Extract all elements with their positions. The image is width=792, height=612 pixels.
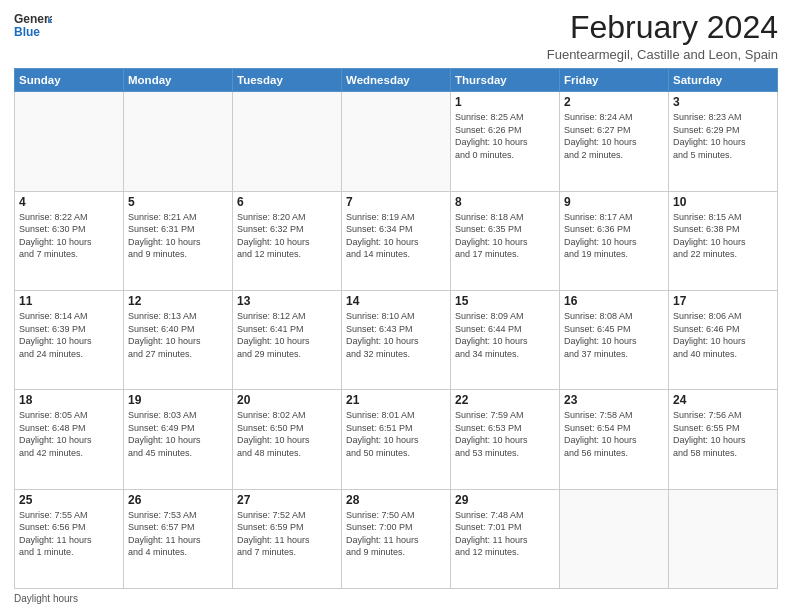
table-row: 27Sunrise: 7:52 AM Sunset: 6:59 PM Dayli…: [233, 489, 342, 588]
day-info: Sunrise: 8:20 AM Sunset: 6:32 PM Dayligh…: [237, 211, 337, 261]
col-saturday: Saturday: [669, 69, 778, 92]
day-number: 6: [237, 195, 337, 209]
day-number: 11: [19, 294, 119, 308]
table-row: [233, 92, 342, 191]
day-number: 1: [455, 95, 555, 109]
day-number: 12: [128, 294, 228, 308]
day-info: Sunrise: 8:10 AM Sunset: 6:43 PM Dayligh…: [346, 310, 446, 360]
day-info: Sunrise: 8:09 AM Sunset: 6:44 PM Dayligh…: [455, 310, 555, 360]
day-info: Sunrise: 8:06 AM Sunset: 6:46 PM Dayligh…: [673, 310, 773, 360]
day-info: Sunrise: 7:58 AM Sunset: 6:54 PM Dayligh…: [564, 409, 664, 459]
table-row: 26Sunrise: 7:53 AM Sunset: 6:57 PM Dayli…: [124, 489, 233, 588]
table-row: 5Sunrise: 8:21 AM Sunset: 6:31 PM Daylig…: [124, 191, 233, 290]
day-number: 9: [564, 195, 664, 209]
svg-text:Blue: Blue: [14, 25, 40, 39]
day-info: Sunrise: 8:08 AM Sunset: 6:45 PM Dayligh…: [564, 310, 664, 360]
day-info: Sunrise: 7:59 AM Sunset: 6:53 PM Dayligh…: [455, 409, 555, 459]
table-row: 17Sunrise: 8:06 AM Sunset: 6:46 PM Dayli…: [669, 290, 778, 389]
day-number: 7: [346, 195, 446, 209]
day-info: Sunrise: 8:15 AM Sunset: 6:38 PM Dayligh…: [673, 211, 773, 261]
day-info: Sunrise: 7:48 AM Sunset: 7:01 PM Dayligh…: [455, 509, 555, 559]
day-number: 29: [455, 493, 555, 507]
day-info: Sunrise: 8:03 AM Sunset: 6:49 PM Dayligh…: [128, 409, 228, 459]
footer-text: Daylight hours: [14, 593, 78, 604]
logo: General Blue: [14, 10, 52, 40]
table-row: 18Sunrise: 8:05 AM Sunset: 6:48 PM Dayli…: [15, 390, 124, 489]
day-number: 26: [128, 493, 228, 507]
day-info: Sunrise: 8:01 AM Sunset: 6:51 PM Dayligh…: [346, 409, 446, 459]
day-number: 4: [19, 195, 119, 209]
table-row: [15, 92, 124, 191]
calendar-week-row: 18Sunrise: 8:05 AM Sunset: 6:48 PM Dayli…: [15, 390, 778, 489]
table-row: 19Sunrise: 8:03 AM Sunset: 6:49 PM Dayli…: [124, 390, 233, 489]
table-row: 3Sunrise: 8:23 AM Sunset: 6:29 PM Daylig…: [669, 92, 778, 191]
table-row: 23Sunrise: 7:58 AM Sunset: 6:54 PM Dayli…: [560, 390, 669, 489]
table-row: 22Sunrise: 7:59 AM Sunset: 6:53 PM Dayli…: [451, 390, 560, 489]
day-info: Sunrise: 8:05 AM Sunset: 6:48 PM Dayligh…: [19, 409, 119, 459]
table-row: 15Sunrise: 8:09 AM Sunset: 6:44 PM Dayli…: [451, 290, 560, 389]
day-info: Sunrise: 8:25 AM Sunset: 6:26 PM Dayligh…: [455, 111, 555, 161]
table-row: 7Sunrise: 8:19 AM Sunset: 6:34 PM Daylig…: [342, 191, 451, 290]
day-number: 20: [237, 393, 337, 407]
day-number: 27: [237, 493, 337, 507]
month-year: February 2024: [547, 10, 778, 45]
calendar-week-row: 4Sunrise: 8:22 AM Sunset: 6:30 PM Daylig…: [15, 191, 778, 290]
day-number: 2: [564, 95, 664, 109]
day-number: 3: [673, 95, 773, 109]
calendar-body: 1Sunrise: 8:25 AM Sunset: 6:26 PM Daylig…: [15, 92, 778, 589]
day-info: Sunrise: 8:02 AM Sunset: 6:50 PM Dayligh…: [237, 409, 337, 459]
table-row: 6Sunrise: 8:20 AM Sunset: 6:32 PM Daylig…: [233, 191, 342, 290]
day-number: 24: [673, 393, 773, 407]
table-row: 24Sunrise: 7:56 AM Sunset: 6:55 PM Dayli…: [669, 390, 778, 489]
day-info: Sunrise: 8:21 AM Sunset: 6:31 PM Dayligh…: [128, 211, 228, 261]
svg-text:General: General: [14, 12, 52, 26]
day-number: 19: [128, 393, 228, 407]
day-number: 8: [455, 195, 555, 209]
day-info: Sunrise: 7:55 AM Sunset: 6:56 PM Dayligh…: [19, 509, 119, 559]
day-info: Sunrise: 8:22 AM Sunset: 6:30 PM Dayligh…: [19, 211, 119, 261]
calendar-header-row: Sunday Monday Tuesday Wednesday Thursday…: [15, 69, 778, 92]
day-number: 18: [19, 393, 119, 407]
header: General Blue February 2024 Fuentearmegil…: [14, 10, 778, 62]
table-row: 25Sunrise: 7:55 AM Sunset: 6:56 PM Dayli…: [15, 489, 124, 588]
day-number: 21: [346, 393, 446, 407]
calendar-week-row: 11Sunrise: 8:14 AM Sunset: 6:39 PM Dayli…: [15, 290, 778, 389]
calendar-week-row: 25Sunrise: 7:55 AM Sunset: 6:56 PM Dayli…: [15, 489, 778, 588]
day-info: Sunrise: 7:50 AM Sunset: 7:00 PM Dayligh…: [346, 509, 446, 559]
day-number: 17: [673, 294, 773, 308]
table-row: 9Sunrise: 8:17 AM Sunset: 6:36 PM Daylig…: [560, 191, 669, 290]
table-row: 11Sunrise: 8:14 AM Sunset: 6:39 PM Dayli…: [15, 290, 124, 389]
day-info: Sunrise: 8:18 AM Sunset: 6:35 PM Dayligh…: [455, 211, 555, 261]
page: General Blue February 2024 Fuentearmegil…: [0, 0, 792, 612]
col-friday: Friday: [560, 69, 669, 92]
col-thursday: Thursday: [451, 69, 560, 92]
table-row: 8Sunrise: 8:18 AM Sunset: 6:35 PM Daylig…: [451, 191, 560, 290]
logo-svg: General Blue: [14, 10, 52, 40]
footer: Daylight hours: [14, 593, 778, 604]
col-tuesday: Tuesday: [233, 69, 342, 92]
table-row: 4Sunrise: 8:22 AM Sunset: 6:30 PM Daylig…: [15, 191, 124, 290]
day-number: 25: [19, 493, 119, 507]
day-info: Sunrise: 7:56 AM Sunset: 6:55 PM Dayligh…: [673, 409, 773, 459]
title-block: February 2024 Fuentearmegil, Castille an…: [547, 10, 778, 62]
day-number: 13: [237, 294, 337, 308]
day-number: 16: [564, 294, 664, 308]
table-row: 14Sunrise: 8:10 AM Sunset: 6:43 PM Dayli…: [342, 290, 451, 389]
table-row: [342, 92, 451, 191]
day-info: Sunrise: 8:23 AM Sunset: 6:29 PM Dayligh…: [673, 111, 773, 161]
day-info: Sunrise: 8:19 AM Sunset: 6:34 PM Dayligh…: [346, 211, 446, 261]
day-number: 22: [455, 393, 555, 407]
table-row: [124, 92, 233, 191]
table-row: 10Sunrise: 8:15 AM Sunset: 6:38 PM Dayli…: [669, 191, 778, 290]
day-info: Sunrise: 8:12 AM Sunset: 6:41 PM Dayligh…: [237, 310, 337, 360]
day-info: Sunrise: 7:52 AM Sunset: 6:59 PM Dayligh…: [237, 509, 337, 559]
day-number: 5: [128, 195, 228, 209]
day-info: Sunrise: 8:14 AM Sunset: 6:39 PM Dayligh…: [19, 310, 119, 360]
table-row: 2Sunrise: 8:24 AM Sunset: 6:27 PM Daylig…: [560, 92, 669, 191]
table-row: [669, 489, 778, 588]
table-row: 13Sunrise: 8:12 AM Sunset: 6:41 PM Dayli…: [233, 290, 342, 389]
location: Fuentearmegil, Castille and Leon, Spain: [547, 47, 778, 62]
day-number: 14: [346, 294, 446, 308]
day-info: Sunrise: 7:53 AM Sunset: 6:57 PM Dayligh…: [128, 509, 228, 559]
day-info: Sunrise: 8:17 AM Sunset: 6:36 PM Dayligh…: [564, 211, 664, 261]
